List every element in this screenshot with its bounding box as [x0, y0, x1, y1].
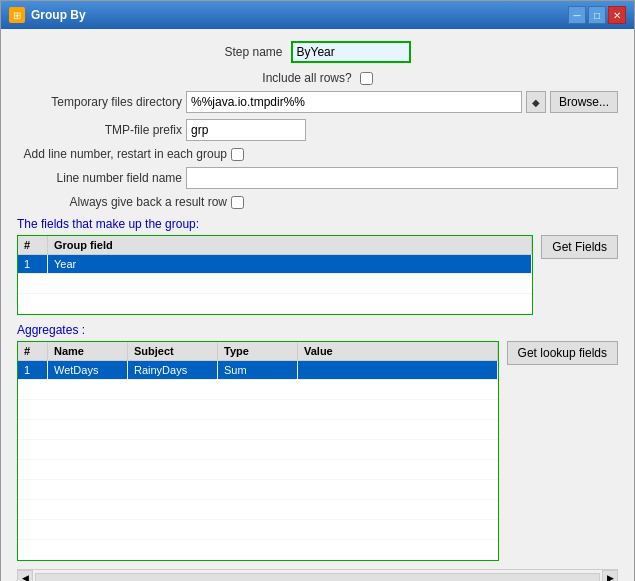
linenum-row: Line number field name: [17, 167, 618, 189]
tmp-prefix-row: TMP-file prefix: [17, 119, 618, 141]
linenum-input[interactable]: [186, 167, 618, 189]
empty-row: [18, 380, 498, 400]
scrollbar-track[interactable]: [35, 573, 600, 582]
empty-row: [18, 500, 498, 520]
dialog-content: Step name Include all rows? Temporary fi…: [1, 29, 634, 581]
addline-label: Add line number, restart in each group: [17, 147, 227, 161]
addline-row: Add line number, restart in each group: [17, 147, 618, 161]
aggregates-container: # Name Subject Type Value 1 WetDays Rain…: [17, 341, 618, 561]
agg-row-subject: RainyDays: [128, 361, 218, 379]
agg-row-name: WetDays: [48, 361, 128, 379]
agg-row-num: 1: [18, 361, 48, 379]
include-all-rows-checkbox[interactable]: [360, 72, 373, 85]
title-buttons: ─ □ ✕: [568, 6, 626, 24]
group-fields-heading: The fields that make up the group:: [17, 217, 618, 231]
agg-col-subject: Subject: [128, 342, 218, 360]
table-row[interactable]: 1 Year: [18, 255, 532, 274]
scroll-left-arrow[interactable]: ◀: [17, 570, 33, 582]
group-fields-container: # Group field 1 Year Get Fields: [17, 235, 618, 315]
aggregates-section: Aggregates : # Name Subject Type Value 1…: [17, 323, 618, 561]
alwaysgive-checkbox[interactable]: [231, 196, 244, 209]
maximize-button[interactable]: □: [588, 6, 606, 24]
row-field: Year: [48, 255, 532, 273]
row-num: 1: [18, 255, 48, 273]
tmp-prefix-input[interactable]: [186, 119, 306, 141]
group-fields-table: # Group field 1 Year: [17, 235, 533, 315]
tmpdir-row: Temporary files directory ◆ Browse...: [17, 91, 618, 113]
col-header-group-field: Group field: [48, 236, 532, 254]
step-name-row: Step name: [17, 41, 618, 63]
title-bar: ⊞ Group By ─ □ ✕: [1, 1, 634, 29]
agg-col-name: Name: [48, 342, 128, 360]
tmpdir-input[interactable]: [186, 91, 522, 113]
agg-col-value: Value: [298, 342, 498, 360]
alwaysgive-label: Always give back a result row: [17, 195, 227, 209]
browse-button[interactable]: Browse...: [550, 91, 618, 113]
linenum-label: Line number field name: [17, 171, 182, 185]
aggregates-header: # Name Subject Type Value: [18, 342, 498, 361]
window-title: Group By: [31, 8, 86, 22]
include-all-rows-row: Include all rows?: [17, 71, 618, 85]
get-lookup-fields-button[interactable]: Get lookup fields: [507, 341, 618, 365]
agg-col-type: Type: [218, 342, 298, 360]
agg-col-num: #: [18, 342, 48, 360]
title-bar-left: ⊞ Group By: [9, 7, 86, 23]
col-header-num: #: [18, 236, 48, 254]
tmpdir-label: Temporary files directory: [17, 95, 182, 109]
alwaysgive-row: Always give back a result row: [17, 195, 618, 209]
empty-row: [18, 480, 498, 500]
close-button[interactable]: ✕: [608, 6, 626, 24]
tmpdir-diamond-button[interactable]: ◆: [526, 91, 546, 113]
empty-row: [18, 274, 532, 294]
group-fields-header: # Group field: [18, 236, 532, 255]
empty-row: [18, 520, 498, 540]
group-by-dialog: ⊞ Group By ─ □ ✕ Step name Include all r…: [0, 0, 635, 581]
minimize-button[interactable]: ─: [568, 6, 586, 24]
empty-row: [18, 294, 532, 314]
include-all-rows-label: Include all rows?: [262, 71, 351, 85]
aggregates-table: # Name Subject Type Value 1 WetDays Rain…: [17, 341, 499, 561]
addline-checkbox[interactable]: [231, 148, 244, 161]
empty-row: [18, 420, 498, 440]
window-icon: ⊞: [9, 7, 25, 23]
empty-row: [18, 440, 498, 460]
horizontal-scrollbar: ◀ ▶: [17, 569, 618, 581]
agg-row-type: Sum: [218, 361, 298, 379]
step-name-label: Step name: [224, 45, 282, 59]
agg-row-value: [298, 361, 498, 379]
group-fields-section: The fields that make up the group: # Gro…: [17, 217, 618, 315]
scroll-right-arrow[interactable]: ▶: [602, 570, 618, 582]
tmp-prefix-label: TMP-file prefix: [17, 123, 182, 137]
step-name-input[interactable]: [291, 41, 411, 63]
get-fields-button[interactable]: Get Fields: [541, 235, 618, 259]
empty-row: [18, 460, 498, 480]
table-row[interactable]: 1 WetDays RainyDays Sum: [18, 361, 498, 380]
empty-row: [18, 400, 498, 420]
aggregates-heading: Aggregates :: [17, 323, 618, 337]
